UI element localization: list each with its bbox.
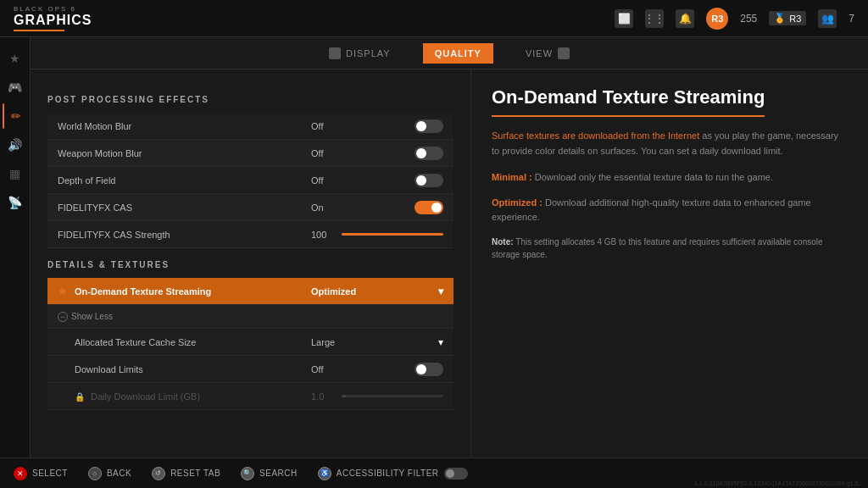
info-title: On-Demand Texture Streaming bbox=[492, 86, 765, 117]
fidelityfx-cas-toggle[interactable] bbox=[415, 201, 443, 214]
daily-download-slider bbox=[342, 395, 443, 397]
friends-icon[interactable]: 👥 bbox=[818, 9, 837, 28]
topbar: BLACK OPS 6 GRAPHICS ⬜ ⋮⋮ 🔔 R3 255 🏅 R3 … bbox=[0, 0, 868, 37]
reset-tab-icon: ↺ bbox=[152, 467, 165, 480]
weapon-motion-blur-toggle[interactable] bbox=[415, 147, 443, 160]
table-row: FIDELITYFX CAS On bbox=[47, 194, 453, 221]
fidelityfx-strength-text: 100 bbox=[311, 230, 326, 240]
controller-icon[interactable]: ⬜ bbox=[615, 9, 633, 28]
tab-view[interactable]: VIEW bbox=[519, 42, 576, 64]
world-motion-blur-text: Off bbox=[311, 121, 323, 131]
friends-count: 7 bbox=[849, 13, 854, 25]
display-tab-icon bbox=[329, 47, 341, 59]
depth-of-field-text: Off bbox=[311, 175, 323, 186]
info-optimized-section: Optimized : Download additional high-qua… bbox=[492, 196, 848, 225]
rank-icon: 🏅 bbox=[774, 13, 786, 24]
table-row[interactable]: ★ On-Demand Texture Streaming Optimized … bbox=[47, 278, 453, 305]
tab-display-label: DISPLAY bbox=[346, 48, 391, 58]
logo-subtitle: BLACK OPS 6 bbox=[14, 5, 92, 13]
details-textures-title: DETAILS & TEXTURES bbox=[47, 260, 453, 269]
accessibility-icon: ♿ bbox=[318, 467, 331, 480]
rank-label: R3 bbox=[789, 14, 801, 24]
accessibility-label: ACCESSIBILITY FILTER bbox=[337, 469, 439, 478]
tab-view-label: VIEW bbox=[526, 48, 553, 58]
minimal-text: Download only the essential texture data… bbox=[535, 172, 773, 182]
daily-download-limit-label: 🔒 Daily Download Limit (GB) bbox=[64, 391, 301, 402]
table-row: Depth of Field Off bbox=[47, 167, 453, 194]
download-limits-value: Off bbox=[301, 363, 453, 376]
minimal-key: Minimal : bbox=[492, 172, 535, 182]
fidelityfx-cas-label: FIDELITYFX CAS bbox=[47, 202, 301, 213]
search-action[interactable]: 🔍 SEARCH bbox=[241, 467, 298, 480]
info-desc-highlight: Surface textures are downloaded from the… bbox=[492, 130, 699, 141]
bell-icon[interactable]: 🔔 bbox=[676, 9, 694, 28]
search-icon: 🔍 bbox=[241, 467, 254, 480]
slider-fill bbox=[342, 395, 347, 397]
x-button-icon: ✕ bbox=[14, 467, 27, 480]
show-less-label: Show Less bbox=[71, 312, 113, 321]
download-limits-toggle[interactable] bbox=[415, 363, 443, 376]
logo-area: BLACK OPS 6 GRAPHICS bbox=[14, 5, 92, 31]
left-panel: POST PROCESSING EFFECTS World Motion Blu… bbox=[31, 69, 471, 458]
show-less-icon: − bbox=[58, 312, 68, 322]
back-action[interactable]: ○ BACK bbox=[88, 467, 131, 480]
show-less-button[interactable]: − Show Less bbox=[58, 312, 113, 322]
show-less-row[interactable]: − Show Less bbox=[47, 305, 453, 329]
sidebar-item-controller[interactable]: 🎮 bbox=[3, 75, 28, 100]
logo-line bbox=[14, 30, 64, 31]
tab-display[interactable]: DISPLAY bbox=[322, 42, 398, 64]
sidebar-item-graphics[interactable]: ✏ bbox=[3, 103, 28, 129]
avatar: R3 bbox=[706, 8, 728, 30]
fidelityfx-cas-value: On bbox=[301, 201, 453, 214]
lock-icon: 🔒 bbox=[75, 392, 85, 402]
grid-icon[interactable]: ⋮⋮ bbox=[645, 9, 664, 28]
tab-quality[interactable]: QUALITY bbox=[423, 43, 493, 64]
sidebar-item-display[interactable]: ▦ bbox=[3, 161, 28, 186]
download-limits-label: Download Limits bbox=[64, 364, 301, 374]
reset-tab-action[interactable]: ↺ RESET TAB bbox=[152, 467, 220, 480]
accessibility-action[interactable]: ♿ ACCESSIBILITY FILTER bbox=[318, 467, 468, 480]
accessibility-toggle[interactable] bbox=[444, 468, 468, 480]
info-minimal-section: Minimal : Download only the essential te… bbox=[492, 170, 848, 186]
search-label: SEARCH bbox=[259, 469, 298, 478]
slider-track bbox=[342, 233, 443, 236]
sidebar: ★ 🎮 ✏ 🔊 ▦ 📡 bbox=[0, 37, 31, 458]
sidebar-item-audio[interactable]: 🔊 bbox=[3, 132, 28, 158]
on-demand-streaming-text: Optimized bbox=[311, 286, 356, 297]
info-description: Surface textures are downloaded from the… bbox=[492, 129, 848, 158]
fidelityfx-strength-slider[interactable] bbox=[342, 233, 443, 236]
sidebar-item-favorites[interactable]: ★ bbox=[3, 46, 28, 71]
table-row: FIDELITYFX CAS Strength 100 bbox=[47, 221, 453, 248]
world-motion-blur-value: Off bbox=[301, 119, 453, 133]
allocated-texture-cache-value[interactable]: Large ▾ bbox=[301, 336, 453, 348]
circle-button-icon: ○ bbox=[88, 467, 102, 480]
depth-of-field-toggle[interactable] bbox=[415, 174, 443, 187]
debug-info: 1.1.0.210A7B05F52-0.10340-(1A1Th72300027… bbox=[689, 479, 868, 488]
depth-of-field-label: Depth of Field bbox=[47, 175, 301, 186]
info-optimized-label: Optimized : Download additional high-qua… bbox=[492, 196, 848, 225]
tab-navigation: DISPLAY QUALITY VIEW bbox=[31, 37, 868, 69]
world-motion-blur-toggle[interactable] bbox=[415, 119, 443, 133]
daily-download-limit-text: 1.0 bbox=[311, 391, 324, 402]
topbar-icons: ⬜ ⋮⋮ 🔔 R3 255 🏅 R3 👥 7 bbox=[615, 8, 854, 30]
content-area: POST PROCESSING EFFECTS World Motion Blu… bbox=[31, 69, 868, 458]
note-text: This setting allocates 4 GB to this feat… bbox=[492, 237, 823, 259]
details-textures-section: DETAILS & TEXTURES ★ On-Demand Texture S… bbox=[47, 260, 453, 410]
info-minimal-label: Minimal : Download only the essential te… bbox=[492, 170, 848, 186]
back-label: BACK bbox=[107, 469, 131, 478]
player-score: 255 bbox=[740, 13, 757, 25]
right-panel: On-Demand Texture Streaming Surface text… bbox=[471, 69, 868, 458]
download-limits-text: Off bbox=[311, 364, 323, 374]
fidelityfx-cas-text: On bbox=[311, 202, 324, 213]
table-row: World Motion Blur Off bbox=[47, 113, 453, 140]
allocated-texture-cache-label: Allocated Texture Cache Size bbox=[64, 337, 301, 347]
on-demand-streaming-value: Optimized ▾ bbox=[301, 286, 453, 297]
main-area: DISPLAY QUALITY VIEW POST PROCESSING EFF… bbox=[31, 37, 868, 458]
select-action[interactable]: ✕ SELECT bbox=[14, 467, 68, 480]
sidebar-item-network[interactable]: 📡 bbox=[3, 190, 28, 215]
chevron-down-icon: ▾ bbox=[438, 286, 443, 297]
weapon-motion-blur-value: Off bbox=[301, 147, 453, 160]
slider-track bbox=[342, 395, 443, 397]
table-row: Allocated Texture Cache Size Large ▾ bbox=[47, 329, 453, 356]
table-row: Weapon Motion Blur Off bbox=[47, 140, 453, 167]
